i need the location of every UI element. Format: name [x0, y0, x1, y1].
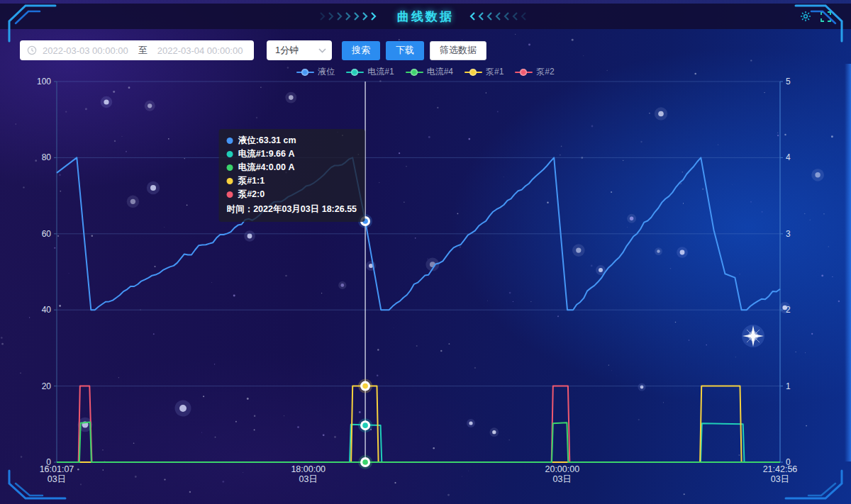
y-left-tick-label: 40 — [42, 305, 52, 315]
marker-dot — [362, 383, 368, 389]
y-right-tick-label: 1 — [786, 381, 791, 391]
x-tick-time-label: 20:00:00 — [545, 464, 579, 474]
marker-dot — [362, 218, 368, 224]
series-line — [57, 386, 780, 462]
y-right-tick-label: 2 — [786, 305, 791, 315]
y-right-tick-label: 4 — [786, 152, 791, 162]
curve-data-dashboard: { "header": { "title": "曲线数据" }, "contro… — [0, 0, 851, 504]
x-tick-time-label: 16:01:07 — [40, 464, 74, 474]
y-left-tick-label: 60 — [42, 229, 52, 239]
y-left-tick-label: 80 — [42, 152, 52, 162]
x-tick-date-label: 03日 — [771, 474, 789, 484]
series-line — [57, 423, 780, 462]
x-tick-date-label: 03日 — [299, 474, 318, 484]
x-tick-time-label: 18:00:00 — [291, 464, 326, 474]
x-tick-date-label: 03日 — [553, 474, 572, 484]
chart-area[interactable]: 02040608010001234516:01:0703日18:00:0003日… — [0, 0, 851, 504]
series-line — [57, 386, 780, 462]
x-tick-time-label: 21:42:56 — [763, 464, 798, 474]
y-left-tick-label: 20 — [42, 381, 52, 391]
x-tick-date-label: 03日 — [48, 474, 66, 484]
marker-dot — [362, 459, 368, 465]
y-left-tick-label: 100 — [37, 77, 51, 86]
y-right-tick-label: 5 — [786, 77, 791, 86]
y-right-tick-label: 3 — [786, 229, 791, 239]
series-line — [57, 422, 780, 462]
marker-dot — [362, 422, 368, 428]
